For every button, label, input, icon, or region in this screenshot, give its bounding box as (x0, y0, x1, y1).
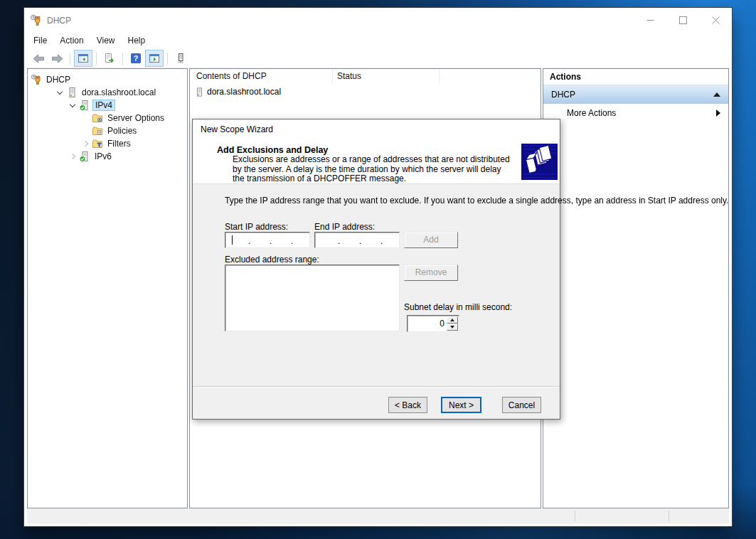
close-icon (712, 16, 720, 24)
button-separator (193, 386, 560, 388)
column-header-status[interactable]: Status (333, 69, 440, 84)
dhcp-console-icon (31, 74, 42, 85)
tree-item-ipv6[interactable]: IPv6 (28, 150, 187, 163)
cancel-button[interactable]: Cancel (502, 397, 541, 413)
tree-item-label: DHCP (44, 74, 73, 85)
maximize-button[interactable] (666, 8, 699, 33)
help-icon: ? (130, 53, 142, 64)
more-actions-label: More Actions (567, 108, 616, 118)
tree-item-label: IPv4 (92, 100, 115, 111)
export-list-icon (104, 53, 115, 64)
window-title: DHCP (47, 16, 71, 26)
menu-view[interactable]: View (90, 33, 122, 49)
tree-item-dhcp-root[interactable]: DHCP (28, 73, 187, 86)
actions-section-dhcp[interactable]: DHCP (543, 85, 728, 104)
dialog-title: New Scope Wizard (193, 119, 560, 140)
expander-collapsed-icon[interactable] (79, 142, 92, 146)
tree-item-server-options[interactable]: Server Options (28, 112, 187, 124)
toolbar: ? (24, 49, 732, 68)
console-tree-pane: DHCP dora.slashroot.local (27, 68, 188, 508)
excluded-range-listbox[interactable] (225, 265, 400, 331)
excluded-range-label: Excluded address range: (225, 255, 319, 265)
protocol-check-icon (79, 100, 90, 111)
close-button[interactable] (699, 8, 732, 33)
add-button[interactable]: Add (404, 232, 458, 248)
collapse-section-icon[interactable] (713, 92, 720, 97)
end-ip-input[interactable] (314, 232, 400, 248)
expander-expanded-icon[interactable] (53, 92, 66, 94)
tree-item-label: dora.slashroot.local (80, 87, 158, 98)
back-button[interactable]: < Back (388, 397, 427, 413)
start-ip-input[interactable] (225, 232, 310, 248)
actions-pane: Actions DHCP More Actions (543, 68, 729, 508)
wizard-page-heading: Add Exclusions and Delay (217, 145, 328, 155)
menu-bar: File Action View Help (24, 33, 732, 49)
forward-button[interactable] (48, 50, 65, 66)
back-button[interactable] (30, 50, 47, 66)
actions-section-label: DHCP (551, 90, 575, 100)
tree-item-label: Server Options (105, 112, 166, 124)
show-console-tree-button[interactable] (75, 50, 92, 66)
dhcp-app-icon (30, 14, 42, 26)
start-ip-label: Start IP address: (225, 222, 288, 232)
tree-item-ipv4[interactable]: IPv4 (28, 99, 187, 112)
title-bar: DHCP (24, 8, 732, 33)
server-icon (194, 87, 204, 97)
new-scope-wizard-dialog: New Scope Wizard Add Exclusions and Dela… (192, 119, 560, 420)
server-icon (66, 87, 78, 98)
console-tree-icon (78, 53, 89, 64)
back-arrow-icon (32, 53, 46, 64)
next-button[interactable]: Next > (441, 397, 481, 413)
status-bar (27, 508, 729, 524)
tree-item-label: Filters (105, 138, 133, 149)
menu-help[interactable]: Help (122, 33, 152, 49)
more-actions-item[interactable]: More Actions (543, 104, 728, 122)
actions-pane-title: Actions (543, 69, 728, 85)
export-list-button[interactable] (101, 50, 118, 66)
spin-up-icon (450, 319, 454, 321)
spin-up-button[interactable] (447, 316, 458, 324)
forward-arrow-icon (50, 53, 64, 64)
wizard-body: Type the IP address range that you want … (193, 184, 560, 419)
server-tool-button[interactable] (172, 50, 189, 66)
text-caret (232, 235, 233, 245)
remove-button[interactable]: Remove (404, 265, 458, 281)
subnet-delay-label: Subnet delay in milli second: (404, 302, 512, 312)
column-header-contents[interactable]: Contents of DHCP (190, 69, 333, 84)
spin-down-button[interactable] (447, 324, 458, 331)
subnet-delay-value: 0 (408, 316, 447, 331)
action-pane-icon (149, 53, 160, 64)
subnet-delay-spinner[interactable]: 0 (407, 315, 459, 332)
tree-item-server[interactable]: dora.slashroot.local (28, 86, 187, 99)
tree-item-policies[interactable]: Policies (28, 124, 187, 137)
spin-down-icon (450, 326, 454, 329)
folder-filters-icon (92, 138, 103, 149)
toolbar-separator (96, 53, 97, 65)
list-row-server[interactable]: dora.slashroot.local (190, 85, 541, 98)
maximize-icon (679, 16, 687, 24)
toolbar-separator (167, 53, 168, 65)
tree-item-label: IPv6 (92, 151, 114, 162)
exclusion-instruction: Type the IP address range that you want … (225, 196, 535, 206)
toolbar-separator (70, 53, 70, 65)
server-tool-icon (175, 53, 186, 64)
minimize-icon (646, 16, 654, 24)
expander-collapsed-icon[interactable] (66, 154, 79, 159)
svg-text:?: ? (134, 54, 139, 63)
show-action-pane-button[interactable] (146, 50, 163, 66)
tree-item-label: Policies (105, 125, 139, 137)
expander-expanded-icon[interactable] (66, 105, 79, 107)
toolbar-separator (122, 53, 123, 65)
minimize-button[interactable] (634, 8, 666, 33)
list-header: Contents of DHCP Status (190, 69, 541, 84)
tree-item-filters[interactable]: Filters (28, 137, 187, 150)
menu-action[interactable]: Action (53, 33, 90, 49)
folder-options-icon (92, 112, 103, 124)
caption-buttons (634, 8, 732, 33)
status-bar-separator (575, 511, 575, 522)
help-button[interactable]: ? (127, 50, 144, 66)
protocol-check-icon (79, 151, 90, 162)
submenu-arrow-icon (716, 110, 720, 117)
list-row-label: dora.slashroot.local (207, 87, 281, 97)
menu-file[interactable]: File (27, 33, 53, 49)
